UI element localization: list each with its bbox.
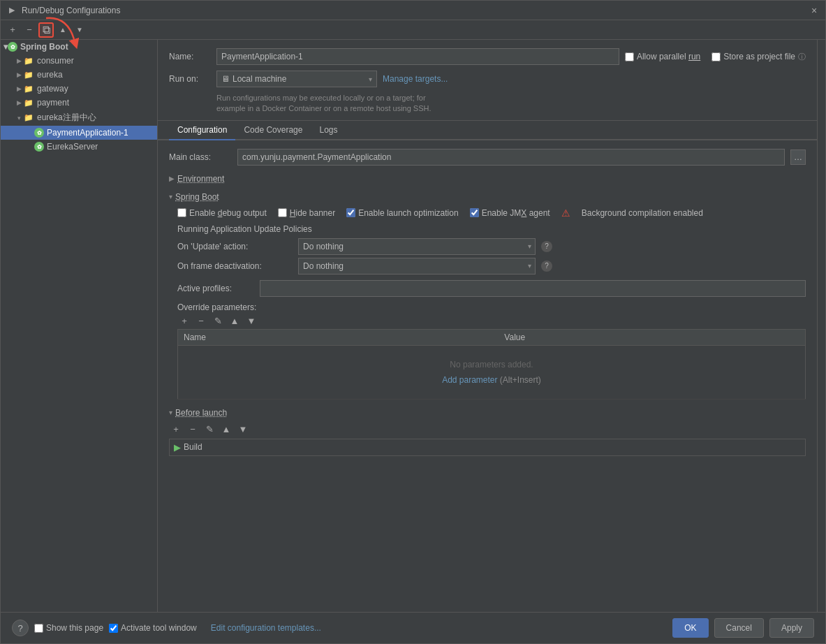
move-param-up-button[interactable]: ▲ bbox=[228, 315, 242, 328]
override-params-label: Override parameters: bbox=[177, 302, 806, 312]
store-project-check[interactable]: Store as project file ⓘ bbox=[711, 52, 806, 62]
allow-parallel-check[interactable]: Allow parallel run bbox=[625, 52, 700, 61]
folder-icon: 📁 bbox=[23, 56, 34, 66]
tab-logs[interactable]: Logs bbox=[311, 121, 346, 140]
sidebar-item-eureka[interactable]: ▶ 📁 eureka bbox=[1, 68, 157, 82]
active-profiles-input[interactable] bbox=[260, 280, 806, 297]
enable-jmx-checkbox[interactable] bbox=[470, 208, 479, 217]
config-header: Name: Allow parallel run Store as projec… bbox=[158, 40, 817, 121]
bottom-right: OK Cancel Apply bbox=[672, 618, 814, 638]
hide-banner-check[interactable]: Hide banner bbox=[278, 208, 335, 218]
spring-boot-label: Spring Boot bbox=[20, 42, 68, 52]
hide-banner-label: Hide banner bbox=[290, 208, 335, 218]
environment-section-header[interactable]: ▶ Environment bbox=[169, 171, 806, 186]
enable-debug-check[interactable]: Enable debug output bbox=[177, 208, 267, 218]
on-update-help-icon[interactable]: ? bbox=[541, 241, 552, 252]
move-param-down-button[interactable]: ▼ bbox=[244, 315, 258, 328]
folder-icon: 📁 bbox=[23, 84, 34, 94]
move-down-button[interactable]: ▼ bbox=[72, 22, 87, 38]
move-before-launch-up-button[interactable]: ▲ bbox=[219, 423, 233, 436]
environment-section-title: Environment bbox=[177, 174, 224, 184]
folder-icon: 📁 bbox=[23, 70, 34, 80]
spring-boot-section-header[interactable]: ▾ Spring Boot bbox=[169, 189, 806, 205]
tab-configuration[interactable]: Configuration bbox=[169, 121, 235, 140]
spring-boot-checkboxes: Enable debug output Hide banner Enable l… bbox=[177, 207, 806, 219]
params-table: Name Value No parameters added. Add para… bbox=[177, 329, 806, 400]
edit-before-launch-button[interactable]: ✎ bbox=[202, 423, 216, 436]
copy-config-button[interactable]: ⧉ bbox=[38, 22, 54, 38]
add-config-button[interactable]: + bbox=[5, 22, 20, 38]
move-before-launch-down-button[interactable]: ▼ bbox=[236, 423, 250, 436]
run-on-dropdown[interactable]: Local machine bbox=[233, 74, 372, 84]
before-launch-header[interactable]: ▾ Before launch bbox=[169, 405, 806, 420]
add-param-link[interactable]: Add parameter (Alt+Insert) bbox=[184, 372, 799, 396]
title-bar: ▶ Run/Debug Configurations × bbox=[1, 1, 825, 20]
build-label: Build bbox=[184, 442, 202, 452]
name-input[interactable] bbox=[216, 48, 619, 65]
allow-parallel-label: Allow parallel run bbox=[637, 52, 700, 61]
sidebar-item-eureka-reg[interactable]: ▾ 📁 eureka注册中心 bbox=[1, 110, 157, 126]
sidebar-label: payment bbox=[37, 98, 69, 108]
on-update-label: On 'Update' action: bbox=[177, 242, 293, 251]
sidebar-label: EurekaServer bbox=[47, 142, 98, 152]
spring-boot-group[interactable]: ▾ ✿ Spring Boot bbox=[1, 40, 157, 54]
on-frame-row: On frame deactivation: Do nothing Update… bbox=[177, 258, 806, 275]
build-icon: ▶ bbox=[174, 442, 181, 453]
tab-code-coverage[interactable]: Code Coverage bbox=[235, 121, 311, 140]
sidebar-item-payment[interactable]: ▶ 📁 payment bbox=[1, 96, 157, 110]
show-page-checkbox[interactable] bbox=[34, 624, 43, 633]
left-panel: ▾ ✿ Spring Boot ▶ 📁 consumer ▶ 📁 eureka … bbox=[1, 40, 158, 612]
config-content: Main class: … ▶ Environment ▾ Spring Boo… bbox=[158, 140, 817, 612]
sidebar-item-consumer[interactable]: ▶ 📁 consumer bbox=[1, 54, 157, 68]
sidebar-item-payment-app[interactable]: ✿ PaymentApplication-1 bbox=[1, 126, 157, 140]
remove-config-button[interactable]: − bbox=[22, 22, 37, 38]
enable-debug-label: Enable debug output bbox=[189, 208, 267, 218]
enable-launch-optimization-checkbox[interactable] bbox=[346, 208, 355, 217]
right-side-strip bbox=[817, 40, 825, 612]
edit-templates-link[interactable]: Edit configuration templates... bbox=[211, 623, 321, 633]
allow-parallel-checkbox[interactable] bbox=[625, 52, 634, 61]
on-frame-help-icon[interactable]: ? bbox=[541, 261, 552, 272]
main-class-input[interactable] bbox=[242, 152, 780, 162]
active-profiles-row: Active profiles: bbox=[177, 280, 806, 297]
enable-debug-checkbox[interactable] bbox=[177, 208, 186, 217]
move-up-button[interactable]: ▲ bbox=[55, 22, 71, 38]
activate-window-check[interactable]: Activate tool window bbox=[109, 623, 197, 633]
sidebar-item-eureka-server[interactable]: ✿ EurekaServer bbox=[1, 140, 157, 154]
update-policies: Running Application Update Policies On '… bbox=[177, 224, 806, 275]
add-before-launch-button[interactable]: + bbox=[169, 423, 183, 436]
cancel-button[interactable]: Cancel bbox=[714, 618, 764, 638]
spring-boot-icon: ✿ bbox=[8, 42, 17, 52]
show-page-check[interactable]: Show this page bbox=[34, 623, 103, 633]
name-row: Name: Allow parallel run Store as projec… bbox=[169, 48, 806, 65]
sidebar-item-gateway[interactable]: ▶ 📁 gateway bbox=[1, 82, 157, 96]
apply-button[interactable]: Apply bbox=[769, 618, 814, 638]
activate-window-checkbox[interactable] bbox=[109, 624, 118, 633]
browse-main-class-button[interactable]: … bbox=[790, 149, 806, 165]
manage-targets-link[interactable]: Manage targets... bbox=[383, 74, 448, 84]
on-update-select[interactable]: Do nothing Update classes and resources … bbox=[298, 238, 536, 255]
params-col-name: Name bbox=[178, 329, 499, 345]
enable-jmx-check[interactable]: Enable JMX agent bbox=[470, 208, 550, 218]
enable-launch-optimization-check[interactable]: Enable launch optimization bbox=[346, 208, 458, 218]
hide-banner-checkbox[interactable] bbox=[278, 208, 287, 217]
folder-icon: 📁 bbox=[23, 98, 34, 108]
store-project-checkbox[interactable] bbox=[711, 52, 721, 61]
on-frame-select[interactable]: Do nothing Update classes and resources … bbox=[298, 258, 536, 275]
edit-param-button[interactable]: ✎ bbox=[211, 315, 225, 328]
remove-before-launch-button[interactable]: − bbox=[186, 423, 200, 436]
right-panel: Name: Allow parallel run Store as projec… bbox=[158, 40, 817, 612]
bottom-left: ? Show this page Activate tool window bbox=[12, 620, 197, 636]
close-button[interactable]: × bbox=[809, 5, 820, 16]
add-param-button[interactable]: + bbox=[177, 315, 191, 328]
ok-button[interactable]: OK bbox=[672, 618, 708, 638]
main-class-label: Main class: bbox=[169, 152, 232, 162]
before-launch-toolbar: + − ✎ ▲ ▼ bbox=[169, 423, 806, 436]
help-button[interactable]: ? bbox=[12, 620, 29, 636]
chevron-down-icon: ▾ bbox=[369, 75, 372, 83]
remove-param-button[interactable]: − bbox=[194, 315, 208, 328]
spring-boot-section-title: Spring Boot bbox=[175, 192, 219, 202]
run-on-select[interactable]: 🖥 Local machine ▾ bbox=[216, 71, 377, 87]
enable-launch-optimization-label: Enable launch optimization bbox=[358, 208, 458, 218]
background-compilation-label: Background compilation enabled bbox=[582, 208, 703, 218]
